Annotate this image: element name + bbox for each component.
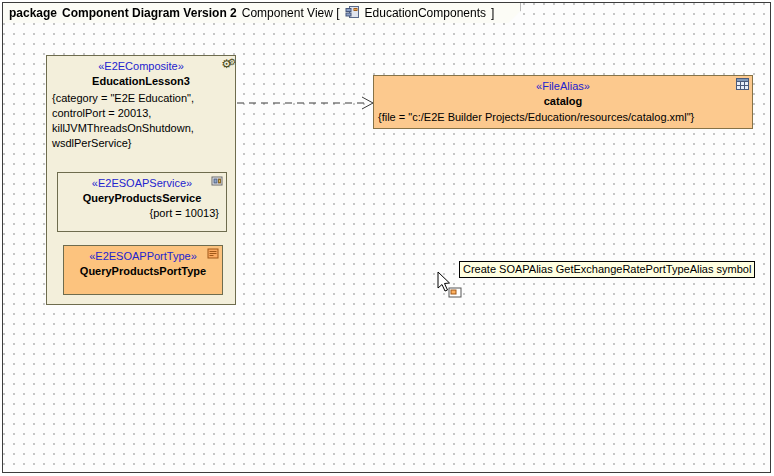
filealias-name: catalog xyxy=(374,93,752,109)
diagram-frame: package Component Diagram Version 2 Comp… xyxy=(2,2,771,473)
porttype-stereotype: «E2ESOAPPortType» xyxy=(64,246,222,263)
application-screenshot: package Component Diagram Version 2 Comp… xyxy=(0,0,774,476)
diagram-frame-tab[interactable]: package Component Diagram Version 2 Comp… xyxy=(3,3,520,23)
filealias-stereotype: «FileAlias» xyxy=(374,76,752,93)
soap-porttype-icon xyxy=(207,248,219,261)
composite-properties: {category = "E2E Education", controlPort… xyxy=(47,89,235,151)
soap-service-icon xyxy=(211,175,223,189)
frame-diagram-name: EducationComponents xyxy=(365,6,486,20)
property-line: killJVMThreadsOnShutdown, xyxy=(52,121,230,136)
create-symbol-cursor xyxy=(436,271,464,299)
frame-view-label: Component View [ xyxy=(242,6,340,20)
property-line: wsdlPerService} xyxy=(52,136,230,151)
property-line: controlPort = 20013, xyxy=(52,106,230,121)
composite-name: EducationLesson3 xyxy=(47,73,235,89)
property-line: {category = "E2E Education", xyxy=(52,91,230,106)
component-catalog[interactable]: «FileAlias» catalog {file = "c:/E2E Buil… xyxy=(373,75,753,129)
dependency-arrow[interactable] xyxy=(236,95,376,111)
porttype-name: QueryProductsPortType xyxy=(64,263,222,279)
component-queryproductsporttype[interactable]: «E2ESOAPPortType» QueryProductsPortType xyxy=(63,245,223,295)
tooltip: Create SOAPAlias GetExchangeRatePortType… xyxy=(459,261,755,278)
table-icon xyxy=(736,78,749,92)
frame-title: Component Diagram Version 2 xyxy=(62,6,237,20)
service-properties: {port = 10013} xyxy=(58,206,226,221)
composite-stereotype: «E2EComposite» xyxy=(47,56,235,73)
component-diagram-icon xyxy=(345,5,360,22)
gears-icon: ⚙⚙ xyxy=(221,58,232,70)
service-name: QueryProductsService xyxy=(58,190,226,206)
frame-keyword: package xyxy=(9,6,57,20)
filealias-properties: {file = "c:/E2E Builder Projects/Educati… xyxy=(374,109,752,125)
service-stereotype: «E2ESOAPService» xyxy=(58,173,226,190)
component-educationlesson3[interactable]: ⚙⚙ «E2EComposite» EducationLesson3 {cate… xyxy=(46,55,236,305)
component-queryproductsservice[interactable]: «E2ESOAPService» QueryProductsService {p… xyxy=(57,172,227,232)
frame-bracket-close: ] xyxy=(491,6,494,20)
